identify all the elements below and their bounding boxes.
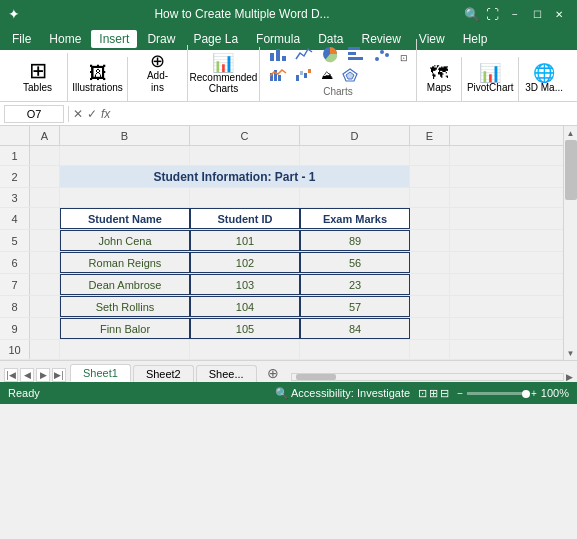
maps-button[interactable]: 🗺 Maps xyxy=(419,61,459,97)
sheet-tab-sheet2[interactable]: Sheet2 xyxy=(133,365,194,382)
cell-a4[interactable] xyxy=(30,208,60,229)
tables-button[interactable]: ⊞ Tables xyxy=(18,57,58,97)
col-header-d[interactable]: D xyxy=(300,126,410,145)
cell-b10[interactable] xyxy=(60,340,190,359)
cancel-formula-icon[interactable]: ✕ xyxy=(73,107,83,121)
add-sheet-button[interactable]: ⊕ xyxy=(263,364,283,382)
cell-e10[interactable] xyxy=(410,340,450,359)
ribbon-icon[interactable]: ⛶ xyxy=(486,7,499,22)
cell-b3[interactable] xyxy=(60,188,190,207)
cell-e6[interactable] xyxy=(410,252,450,273)
row-header-5[interactable]: 5 xyxy=(0,230,30,251)
zoom-level[interactable]: 100% xyxy=(541,387,569,399)
cell-a6[interactable] xyxy=(30,252,60,273)
cell-e7[interactable] xyxy=(410,274,450,295)
cell-d10[interactable] xyxy=(300,340,410,359)
cell-a1[interactable] xyxy=(30,146,60,165)
3dmap-button[interactable]: 🌐 3D Ma... xyxy=(520,61,568,97)
recommended-charts-button[interactable]: 📊 RecommendedCharts xyxy=(185,51,263,97)
cell-c10[interactable] xyxy=(190,340,300,359)
cell-a3[interactable] xyxy=(30,188,60,207)
sheet-next-button[interactable]: ▶ xyxy=(36,368,50,382)
page-layout-icon[interactable]: ⊞ xyxy=(429,387,438,400)
menu-file[interactable]: File xyxy=(4,30,39,48)
cell-c3[interactable] xyxy=(190,188,300,207)
row-header-2[interactable]: 2 xyxy=(0,166,30,187)
col-header-c[interactable]: C xyxy=(190,126,300,145)
cell-c7[interactable]: 103 xyxy=(190,274,300,295)
cell-reference-input[interactable] xyxy=(4,105,64,123)
cell-b4[interactable]: Student Name xyxy=(60,208,190,229)
zoom-in-icon[interactable]: + xyxy=(531,388,537,399)
sheet-first-button[interactable]: |◀ xyxy=(4,368,18,382)
horizontal-scrollbar[interactable] xyxy=(291,373,564,381)
minimize-button[interactable]: − xyxy=(505,4,525,24)
scroll-up-arrow[interactable]: ▲ xyxy=(564,126,578,140)
column-chart-button[interactable] xyxy=(266,43,290,65)
horizontal-scroll-area[interactable]: ▶ xyxy=(291,372,573,382)
horizontal-scroll-thumb[interactable] xyxy=(296,374,336,380)
cell-c1[interactable] xyxy=(190,146,300,165)
row-header-6[interactable]: 6 xyxy=(0,252,30,273)
pie-chart-button[interactable] xyxy=(318,43,342,65)
cell-a9[interactable] xyxy=(30,318,60,339)
page-break-icon[interactable]: ⊟ xyxy=(440,387,449,400)
cell-d3[interactable] xyxy=(300,188,410,207)
cell-e1[interactable] xyxy=(410,146,450,165)
sheet-tab-sheet3[interactable]: Shee... xyxy=(196,365,257,382)
zoom-slider-thumb[interactable] xyxy=(522,390,530,398)
col-header-e[interactable]: E xyxy=(410,126,450,145)
cell-c6[interactable]: 102 xyxy=(190,252,300,273)
cell-e3[interactable] xyxy=(410,188,450,207)
scatter-chart-button[interactable] xyxy=(370,43,394,65)
radar-chart-button[interactable] xyxy=(338,66,362,84)
row-header-1[interactable]: 1 xyxy=(0,146,30,165)
cell-b8[interactable]: Seth Rollins xyxy=(60,296,190,317)
cell-b6[interactable]: Roman Reigns xyxy=(60,252,190,273)
scroll-track[interactable] xyxy=(564,140,577,346)
insert-function-icon[interactable]: fx xyxy=(101,107,110,121)
zoom-slider[interactable] xyxy=(467,392,527,395)
row-header-4[interactable]: 4 xyxy=(0,208,30,229)
cell-b5[interactable]: John Cena xyxy=(60,230,190,251)
cell-d1[interactable] xyxy=(300,146,410,165)
close-button[interactable]: ✕ xyxy=(549,4,569,24)
line-chart-button[interactable] xyxy=(292,43,316,65)
cell-c5[interactable]: 101 xyxy=(190,230,300,251)
cell-c9[interactable]: 105 xyxy=(190,318,300,339)
col-header-b[interactable]: B xyxy=(60,126,190,145)
cell-e9[interactable] xyxy=(410,318,450,339)
cell-d8[interactable]: 57 xyxy=(300,296,410,317)
charts-expand-icon[interactable]: ⊡ xyxy=(398,53,410,63)
cell-e4[interactable] xyxy=(410,208,450,229)
restore-button[interactable]: ☐ xyxy=(527,4,547,24)
cell-a8[interactable] xyxy=(30,296,60,317)
cell-e8[interactable] xyxy=(410,296,450,317)
illustrations-button[interactable]: 🖼 Illustrations xyxy=(67,61,128,97)
waterfall-chart-button[interactable] xyxy=(292,66,316,84)
col-header-a[interactable]: A xyxy=(30,126,60,145)
cell-b1[interactable] xyxy=(60,146,190,165)
cell-a7[interactable] xyxy=(30,274,60,295)
cell-a2[interactable] xyxy=(30,166,60,187)
menu-home[interactable]: Home xyxy=(41,30,89,48)
cell-a5[interactable] xyxy=(30,230,60,251)
menu-pagelayout[interactable]: Page La xyxy=(185,30,246,48)
cell-d6[interactable]: 56 xyxy=(300,252,410,273)
row-header-10[interactable]: 10 xyxy=(0,340,30,359)
sheet-last-button[interactable]: ▶| xyxy=(52,368,66,382)
surface-chart-button[interactable]: ⛰ xyxy=(318,66,336,84)
confirm-formula-icon[interactable]: ✓ xyxy=(87,107,97,121)
sheet-prev-button[interactable]: ◀ xyxy=(20,368,34,382)
cell-d7[interactable]: 23 xyxy=(300,274,410,295)
scroll-right-arrow[interactable]: ▶ xyxy=(566,372,573,382)
scroll-thumb[interactable] xyxy=(565,140,577,200)
menu-help[interactable]: Help xyxy=(455,30,496,48)
combo-chart-button[interactable] xyxy=(266,66,290,84)
cell-d4[interactable]: Exam Marks xyxy=(300,208,410,229)
cell-a10[interactable] xyxy=(30,340,60,359)
cell-c8[interactable]: 104 xyxy=(190,296,300,317)
row-header-7[interactable]: 7 xyxy=(0,274,30,295)
cell-e5[interactable] xyxy=(410,230,450,251)
vertical-scrollbar[interactable]: ▲ ▼ xyxy=(563,126,577,360)
